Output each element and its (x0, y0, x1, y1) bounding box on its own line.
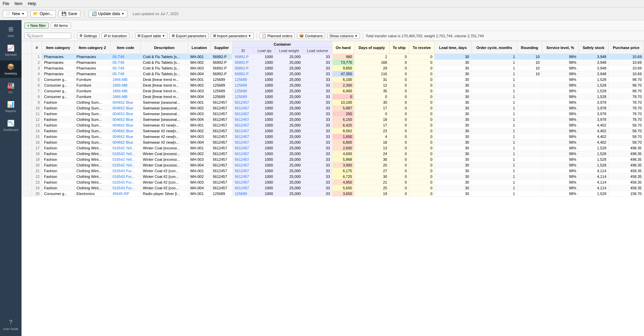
row-cont-id[interactable]: 125689 (233, 94, 254, 100)
export-table-button[interactable]: ⊞ Export table ▼ (135, 33, 168, 39)
new-button[interactable]: 📄 New ▼ (3, 10, 28, 17)
table-row[interactable]: 20FashionClothing Wint...016542 Yell...W… (22, 162, 644, 168)
table-row[interactable]: 10FashionClothing Sum...004652 BlueSwimw… (22, 105, 644, 111)
all-items-button[interactable]: All items (51, 22, 71, 29)
row-cont-id[interactable]: 125689 (233, 191, 254, 197)
sidebar-item-demand[interactable]: 📈 Demand (0, 42, 22, 59)
table-row[interactable]: 2PharmaciesPharmacies05-T48Cold & Flu Ta… (22, 60, 644, 65)
row-expand[interactable] (22, 123, 32, 128)
row-cont-id[interactable]: 56892-P (233, 60, 254, 65)
row-code[interactable]: 05-T48 (110, 65, 140, 71)
table-row[interactable]: 15FashionClothing Sum...004662 BlueSwimw… (22, 134, 644, 140)
row-code[interactable]: 004652 Blue (110, 105, 140, 111)
row-cont-id[interactable]: 5612457 (233, 134, 254, 140)
row-cont-id[interactable]: 5612457 (233, 174, 254, 180)
row-code[interactable]: 1866-MB (110, 94, 140, 100)
row-cont-id[interactable]: 125689 (233, 77, 254, 83)
row-expand[interactable] (22, 77, 32, 83)
table-row[interactable]: 25Consumer g...Electronics45645-RPRadio … (22, 191, 644, 197)
menu-help[interactable]: Help (28, 1, 36, 6)
row-expand[interactable] (22, 65, 32, 71)
save-button[interactable]: 💾 Save (58, 10, 80, 17)
sidebar-item-dashboard[interactable]: 📉 Dashboard (0, 117, 22, 134)
row-expand[interactable] (22, 88, 32, 94)
table-row[interactable]: 22FashionClothing Wint...016543 Pur...Wi… (22, 174, 644, 180)
row-expand[interactable] (22, 168, 32, 174)
table-row[interactable]: 4PharmaciesPharmacies05-T48Cold & Flu Ta… (22, 71, 644, 77)
table-row[interactable]: 16FashionClothing Sum...004662 BlueSwimw… (22, 140, 644, 145)
row-code[interactable]: 016542 Yell... (110, 157, 140, 162)
row-expand[interactable] (22, 105, 32, 111)
row-cont-id[interactable]: 5612457 (233, 151, 254, 157)
table-row[interactable]: 9FashionClothing Sum...004652 BlueSwimwe… (22, 100, 644, 105)
row-expand[interactable] (22, 134, 32, 140)
table-row[interactable]: 1PharmaciesPharmacies05-T48Cold & Flu Ta… (22, 54, 644, 60)
row-cont-id[interactable]: 5612457 (233, 128, 254, 134)
table-row[interactable]: 7Consumer g...Furniture1866-MBDesk [line… (22, 88, 644, 94)
row-code[interactable]: 1866-MB (110, 83, 140, 88)
row-code[interactable]: 05-T48 (110, 71, 140, 77)
row-expand[interactable] (22, 191, 32, 197)
table-row[interactable]: 23FashionClothing Wint...016543 Pur...Wi… (22, 180, 644, 185)
row-expand[interactable] (22, 83, 32, 88)
row-code[interactable]: 05-T48 (110, 60, 140, 65)
row-code[interactable]: 004662 Blue (110, 134, 140, 140)
sidebar-item-reports[interactable]: 📊 Reports (0, 98, 22, 115)
row-expand[interactable] (22, 60, 32, 65)
new-filter-button[interactable]: + New filter (24, 22, 49, 29)
row-cont-id[interactable]: 56892-P (233, 65, 254, 71)
import-params-button[interactable]: ⊞ Import parameters ▼ (211, 33, 254, 39)
menu-file[interactable]: File (3, 1, 9, 6)
row-cont-id[interactable]: 5612457 (233, 111, 254, 117)
export-params-button[interactable]: ⊞ Export parameters (169, 33, 208, 39)
sidebar-item-start[interactable]: ⊞ Start (0, 23, 22, 40)
show-columns-arrow[interactable]: ▼ (355, 34, 358, 38)
row-code[interactable]: 004652 Blue (110, 117, 140, 123)
row-expand[interactable] (22, 111, 32, 117)
in-transition-button[interactable]: ⇄ In transition (102, 33, 129, 39)
row-cont-id[interactable]: 5612457 (233, 180, 254, 185)
row-code[interactable]: 004662 Blue (110, 140, 140, 145)
table-row[interactable]: 13FashionClothing Sum...004662 BlueSwimw… (22, 123, 644, 128)
row-code[interactable]: 016543 Pur... (110, 185, 140, 191)
row-cont-id[interactable]: 125689 (233, 88, 254, 94)
row-expand[interactable] (22, 128, 32, 134)
row-expand[interactable] (22, 100, 32, 105)
table-row[interactable]: 18FashionClothing Wint...016542 Yell...W… (22, 151, 644, 157)
table-row[interactable]: 8Consumer g...Furniture1866-MBDesk [line… (22, 94, 644, 100)
row-code[interactable]: 1866-MB (110, 77, 140, 83)
table-row[interactable]: 21FashionClothing Wint...016543 Pur...Wi… (22, 168, 644, 174)
row-cont-id[interactable]: 5612457 (233, 123, 254, 128)
row-expand[interactable] (22, 157, 32, 162)
row-code[interactable]: 016542 Yell... (110, 151, 140, 157)
row-code[interactable]: 016543 Pur... (110, 168, 140, 174)
sidebar-item-dc[interactable]: 🏭 DC (0, 79, 22, 97)
row-code[interactable]: 004662 Blue (110, 123, 140, 128)
row-cont-id[interactable]: 5612457 (233, 117, 254, 123)
export-table-arrow[interactable]: ▼ (162, 34, 165, 38)
row-cont-id[interactable]: 56892-P (233, 71, 254, 77)
row-code[interactable]: 016542 Yell... (110, 145, 140, 151)
row-cont-id[interactable]: 5612457 (233, 105, 254, 111)
show-columns-button[interactable]: Show columns ▼ (327, 33, 360, 39)
row-cont-id[interactable]: 56892-P (233, 54, 254, 60)
import-params-arrow[interactable]: ▼ (248, 34, 251, 38)
row-code[interactable]: 016543 Pur... (110, 174, 140, 180)
row-expand[interactable] (22, 71, 32, 77)
sidebar-item-user-guide[interactable]: ? User Guide (2, 316, 20, 333)
row-expand[interactable] (22, 174, 32, 180)
row-cont-id[interactable]: 5612457 (233, 145, 254, 151)
table-row[interactable]: 19FashionClothing Wint...016542 Yell...W… (22, 157, 644, 162)
row-cont-id[interactable]: 5612457 (233, 157, 254, 162)
row-code[interactable]: 004652 Blue (110, 100, 140, 105)
row-expand[interactable] (22, 54, 32, 60)
row-code[interactable]: 45645-RP (110, 191, 140, 197)
table-row[interactable]: 17FashionClothing Wint...016542 Yell...W… (22, 145, 644, 151)
settings-button[interactable]: ⚙ Settings (77, 33, 99, 39)
table-row[interactable]: 24FashionClothing Wint...016543 Pur...Wi… (22, 185, 644, 191)
sidebar-item-inventory[interactable]: 📦 Inventory (0, 60, 22, 78)
planned-orders-button[interactable]: 📋 Planned orders (259, 33, 295, 39)
row-code[interactable]: 016543 Pur... (110, 180, 140, 185)
row-cont-id[interactable]: 5612457 (233, 185, 254, 191)
row-expand[interactable] (22, 117, 32, 123)
